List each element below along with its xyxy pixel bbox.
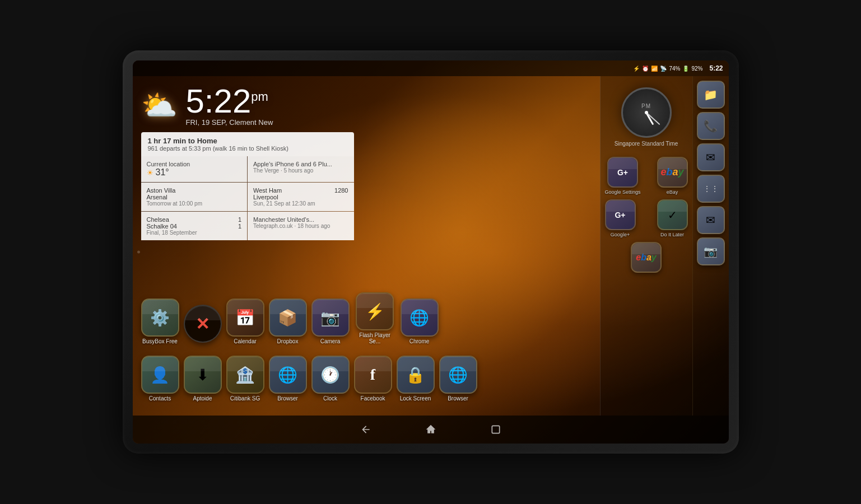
citibank-app[interactable]: 🏦 Citibank SG xyxy=(226,356,264,402)
clock-app[interactable]: 🕐 Clock xyxy=(311,356,350,402)
folder-icon: 📁 xyxy=(697,81,725,109)
ebay-icon: ebay xyxy=(657,157,688,188)
app-grid-row1: ⚙️ BusyBox Free ✕ 📅 Calendar xyxy=(141,290,592,347)
app-grid-row2: 👤 Contacts ⬇ Aptoide 🏦 Citibank SG � xyxy=(141,353,592,404)
clock-center xyxy=(645,111,648,114)
camera-icon-2: 📷 xyxy=(697,237,725,265)
screen-content: ⛅ 5:22pm FRI, 19 SEP, Clement New 1 hr 1… xyxy=(133,76,729,416)
apps-icon: ⋮⋮ xyxy=(697,175,725,203)
battery-icon: 🔋 xyxy=(682,66,689,72)
busybox-icon: ⚙️ xyxy=(141,298,179,337)
calendar-icon: 📅 xyxy=(226,298,264,337)
signal-icon: 📡 xyxy=(660,66,667,72)
main-app-rows: ⚙️ BusyBox Free ✕ 📅 Calendar xyxy=(141,246,592,407)
transit-card: 1 hr 17 min to Home 961 departs at 5:33 … xyxy=(141,132,354,156)
xposed-app[interactable]: ✕ xyxy=(184,305,222,344)
info-card-weather: Current location ☀ 31° xyxy=(141,156,248,182)
info-card-news-apple[interactable]: Apple's iPhone 6 and 6 Plu... The Verge … xyxy=(248,156,354,182)
dropbox-icon: 📦 xyxy=(269,298,307,337)
google-settings-app[interactable]: G+ Google Settings xyxy=(605,157,641,195)
info-card-sports-chelsea[interactable]: Chelsea Schalke 04 11 Final, 18 Septembe… xyxy=(141,212,248,240)
status-icons: ⚡ ⏰ 📶 📡 74% 🔋 92% xyxy=(633,66,702,72)
mail-app-2[interactable]: ✉ xyxy=(697,206,725,234)
lockscreen-app[interactable]: 🔒 Lock Screen xyxy=(397,356,435,402)
folder-app[interactable]: 📁 xyxy=(697,81,725,109)
recents-button[interactable] xyxy=(486,419,506,440)
back-button[interactable] xyxy=(356,419,376,440)
bezel-dot xyxy=(137,251,140,254)
mail-icon-2: ✉ xyxy=(697,206,725,234)
sidebar-row-3: ebay xyxy=(605,242,688,273)
status-bar: ⚡ ⏰ 📶 📡 74% 🔋 92% 5:22 xyxy=(133,60,729,76)
transit-title: 1 hr 17 min to Home xyxy=(148,137,347,145)
tablet-screen: ⚡ ⏰ 📶 📡 74% 🔋 92% 5:22 ⛅ 5:22pm xyxy=(133,60,729,444)
sun-icon: ☀ xyxy=(147,169,153,177)
camera-icon: 📷 xyxy=(311,298,350,337)
flashplayer-app[interactable]: ⚡ Flash Player Se... xyxy=(354,292,396,344)
info-cards: 1 hr 17 min to Home 961 departs at 5:33 … xyxy=(141,132,354,240)
weather-icon: ⛅ xyxy=(141,88,178,123)
home-button[interactable] xyxy=(421,419,441,440)
info-card-sports-westham[interactable]: West Ham Liverpool 1280 Sun, 21 Sep at 1… xyxy=(248,183,354,211)
alarm-icon: ⏰ xyxy=(642,66,649,72)
svg-rect-0 xyxy=(492,426,499,433)
contacts-app[interactable]: 👤 Contacts xyxy=(141,356,179,402)
googleplus-icon: G+ xyxy=(605,199,636,230)
aptoide-app[interactable]: ⬇ Aptoide xyxy=(184,356,222,402)
dropbox-app[interactable]: 📦 Dropbox xyxy=(269,298,307,344)
weather-date: FRI, 19 SEP, Clement New xyxy=(186,118,273,127)
clock-icon: 🕐 xyxy=(311,356,350,394)
camera-app-2[interactable]: 📷 xyxy=(697,237,725,265)
camera-app[interactable]: 📷 Camera xyxy=(311,298,350,344)
contacts-icon: 👤 xyxy=(141,356,179,394)
google-settings-icon: G+ xyxy=(607,157,638,188)
mail-icon: ✉ xyxy=(697,143,725,171)
battery1-text: 74% xyxy=(669,66,680,72)
googleplus-app[interactable]: G+ Google+ xyxy=(605,199,636,237)
weather-widget: ⛅ 5:22pm FRI, 19 SEP, Clement New xyxy=(141,85,592,127)
apps-app[interactable]: ⋮⋮ xyxy=(697,175,725,203)
citibank-icon: 🏦 xyxy=(226,356,264,394)
sidebar-row-1: G+ Google Settings ebay eBay xyxy=(605,157,688,195)
busybox-app[interactable]: ⚙️ BusyBox Free xyxy=(141,298,179,344)
chrome-app[interactable]: 🌐 Chrome xyxy=(401,298,439,344)
phone-app[interactable]: 📞 xyxy=(697,112,725,140)
phone-icon: 📞 xyxy=(697,112,725,140)
chrome-icon: 🌐 xyxy=(401,298,439,337)
facebook-app[interactable]: f Facebook xyxy=(354,356,392,402)
browser-app-1[interactable]: 🌐 Browser xyxy=(269,356,307,402)
bluetooth-icon: ⚡ xyxy=(633,66,640,72)
ebay-app-2[interactable]: ebay xyxy=(631,242,662,273)
nav-bar xyxy=(133,416,729,444)
aptoide-icon: ⬇ xyxy=(184,356,222,394)
info-card-news-manutd[interactable]: Manchester United's... Telegraph.co.uk ·… xyxy=(248,212,354,240)
info-card-sports-villa[interactable]: Aston Villa Arsenal Tomorrow at 10:00 pm xyxy=(141,183,248,211)
cards-grid: Current location ☀ 31° Apple's iPhone 6 … xyxy=(141,156,354,240)
transit-sub: 961 departs at 5:33 pm (walk 16 min to S… xyxy=(148,145,347,152)
battery2-text: 92% xyxy=(691,66,702,72)
weather-info: 5:22pm FRI, 19 SEP, Clement New xyxy=(186,85,273,127)
main-area: ⛅ 5:22pm FRI, 19 SEP, Clement New 1 hr 1… xyxy=(133,76,600,416)
clock-widget: PM Singapore Standard Time xyxy=(605,82,688,152)
sidebar-row-2: G+ Google+ ✓ Do It Later xyxy=(605,199,688,237)
browser-icon-1: 🌐 xyxy=(269,356,307,394)
calendar-app[interactable]: 📅 Calendar xyxy=(226,298,264,344)
far-right-sidebar: 📁 📞 ✉ ⋮⋮ ✉ 📷 xyxy=(692,76,729,416)
analog-clock: PM xyxy=(621,87,672,138)
lockscreen-icon: 🔒 xyxy=(397,356,435,394)
doitlater-app[interactable]: ✓ Do It Later xyxy=(657,199,688,237)
status-time: 5:22 xyxy=(709,64,723,72)
ebay-app[interactable]: ebay eBay xyxy=(657,157,688,195)
facebook-icon: f xyxy=(354,356,392,394)
flash-icon: ⚡ xyxy=(356,292,394,330)
clock-pm-label: PM xyxy=(641,103,651,109)
weather-time: 5:22pm xyxy=(186,85,273,118)
browser-icon-2: 🌐 xyxy=(439,356,477,394)
browser-app-2[interactable]: 🌐 Browser xyxy=(439,356,477,402)
tablet-device: ⚡ ⏰ 📶 📡 74% 🔋 92% 5:22 ⛅ 5:22pm xyxy=(123,50,739,454)
right-sidebar: PM Singapore Standard Time G+ Google Set… xyxy=(600,76,692,416)
mail-app[interactable]: ✉ xyxy=(697,143,725,171)
ebay-icon-2: ebay xyxy=(631,242,662,273)
doitlater-icon: ✓ xyxy=(657,199,688,230)
xposed-icon: ✕ xyxy=(184,305,222,343)
